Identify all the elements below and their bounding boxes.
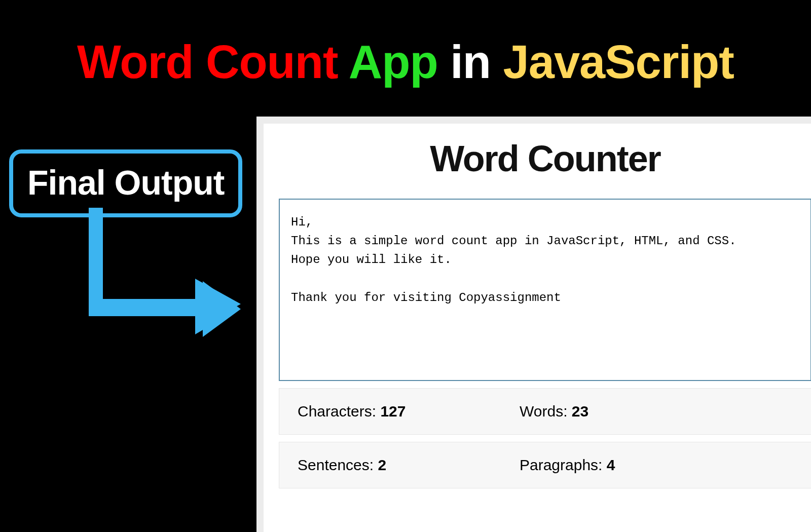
- slide-title: Word Count App in JavaScript: [0, 0, 811, 104]
- title-part-3: in: [450, 36, 491, 88]
- stat-sentences: Sentences: 2: [298, 457, 520, 474]
- svg-rect-0: [89, 208, 103, 314]
- title-part-1: Word Count: [77, 36, 338, 88]
- app-window: Word Counter Hi, This is a simple word c…: [256, 117, 811, 532]
- stat-paragraphs-label: Paragraphs:: [520, 457, 607, 473]
- title-part-4: JavaScript: [503, 36, 734, 88]
- stat-characters-value: 127: [380, 403, 406, 420]
- stat-paragraphs: Paragraphs: 4: [520, 457, 742, 474]
- text-input[interactable]: Hi, This is a simple word count app in J…: [279, 199, 811, 381]
- stat-paragraphs-value: 4: [607, 457, 615, 473]
- stats-row-2: Sentences: 2 Paragraphs: 4: [279, 442, 811, 488]
- app-heading: Word Counter: [279, 138, 811, 179]
- title-part-2: App: [349, 36, 438, 88]
- stat-sentences-label: Sentences:: [298, 457, 378, 473]
- final-output-label: Final Output: [27, 163, 224, 202]
- final-output-callout: Final Output: [9, 149, 242, 217]
- arrow-icon: [89, 208, 241, 339]
- stat-words-label: Words:: [520, 403, 572, 420]
- stat-sentences-value: 2: [378, 457, 386, 473]
- svg-rect-1: [89, 302, 205, 316]
- app-card: Word Counter Hi, This is a simple word c…: [264, 124, 811, 532]
- stat-characters: Characters: 127: [298, 403, 520, 420]
- stats-row-1: Characters: 127 Words: 23: [279, 388, 811, 435]
- stat-words-value: 23: [572, 403, 588, 420]
- stat-words: Words: 23: [520, 403, 742, 420]
- svg-marker-2: [203, 281, 241, 337]
- stat-characters-label: Characters:: [298, 403, 380, 420]
